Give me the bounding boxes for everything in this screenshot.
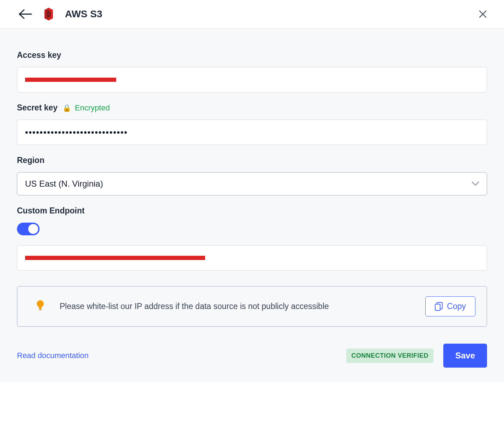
save-button[interactable]: Save [443, 344, 487, 368]
copy-button[interactable]: Copy [425, 296, 475, 316]
footer-right: CONNECTION VERIFIED Save [346, 344, 487, 368]
custom-endpoint-input[interactable] [17, 245, 487, 271]
access-key-input[interactable] [17, 67, 487, 92]
region-label: Region [17, 156, 487, 165]
copy-label: Copy [447, 302, 466, 311]
redacted-content [25, 78, 116, 82]
access-key-label: Access key [17, 50, 487, 60]
ip-whitelist-notice: Please white-list our IP address if the … [17, 286, 487, 327]
secret-key-label-text: Secret key [17, 103, 58, 113]
dialog-content: Access key Secret key 🔒 Encrypted Region… [0, 29, 504, 382]
svg-rect-3 [435, 304, 440, 310]
arrow-left-icon [18, 9, 32, 19]
copy-icon [435, 302, 443, 311]
header-left: AWS S3 [18, 8, 102, 20]
secret-key-input[interactable] [17, 120, 487, 145]
dialog-header: AWS S3 [0, 0, 504, 29]
custom-endpoint-label: Custom Endpoint [17, 206, 487, 216]
toggle-knob [28, 224, 38, 234]
svg-point-0 [37, 300, 44, 307]
close-icon [479, 10, 487, 18]
custom-endpoint-field: Custom Endpoint [17, 206, 487, 271]
region-field: Region US East (N. Virginia) [17, 156, 487, 195]
custom-endpoint-toggle[interactable] [17, 223, 40, 235]
aws-s3-icon [42, 8, 55, 20]
lock-icon: 🔒 [62, 104, 71, 112]
encrypted-label: Encrypted [75, 103, 110, 113]
region-selected-value: US East (N. Virginia) [25, 179, 103, 189]
encrypted-badge: 🔒 Encrypted [62, 103, 110, 113]
svg-rect-1 [39, 307, 42, 309]
region-select-wrap: US East (N. Virginia) [17, 172, 487, 195]
back-button[interactable] [18, 9, 32, 19]
dialog-footer: Read documentation CONNECTION VERIFIED S… [17, 344, 487, 368]
access-key-field: Access key [17, 50, 487, 92]
connection-status-badge: CONNECTION VERIFIED [346, 349, 433, 363]
secret-key-field: Secret key 🔒 Encrypted [17, 103, 487, 145]
svg-rect-2 [39, 309, 41, 310]
read-documentation-link[interactable]: Read documentation [17, 351, 89, 360]
bulb-icon [36, 300, 45, 313]
notice-text: Please white-list our IP address if the … [60, 300, 410, 313]
redacted-content [25, 256, 205, 260]
secret-key-label: Secret key 🔒 Encrypted [17, 103, 487, 113]
dialog-title: AWS S3 [65, 8, 102, 20]
region-select[interactable]: US East (N. Virginia) [17, 172, 487, 195]
close-button[interactable] [479, 10, 487, 18]
